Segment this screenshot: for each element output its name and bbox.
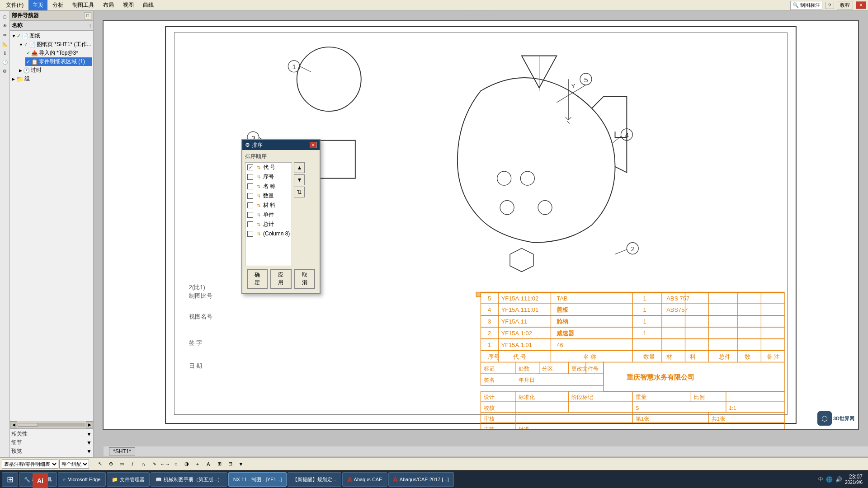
draw-btn-10[interactable]: + (193, 459, 203, 469)
tool-select[interactable]: ⬡ (1, 13, 9, 21)
checkbox-5[interactable] (247, 212, 253, 218)
checkbox-6[interactable] (247, 221, 253, 227)
dialog-item-1[interactable]: ⇅ 序号 (245, 172, 292, 182)
checkbox-2[interactable] (247, 183, 253, 189)
svg-text:2(比1): 2(比1) (189, 284, 205, 291)
ai-label: Ai (33, 473, 48, 488)
canvas-area: · · · · · · · · 1 (94, 11, 868, 457)
svg-text:更改文件号: 更改文件号 (571, 366, 599, 371)
svg-text:TAB: TAB (557, 295, 567, 302)
sort-up-btn[interactable]: ▲ (294, 162, 305, 173)
taskbar-app-abaqus1[interactable]: AAbaqus CAE (342, 472, 387, 487)
svg-text:序号: 序号 (488, 353, 500, 360)
dialog-item-2[interactable]: ⇅ 名 称 (245, 182, 292, 191)
svg-text:1: 1 (488, 342, 491, 348)
svg-text:分区: 分区 (542, 366, 553, 371)
dialog-item-7[interactable]: ⇅ (Column 8) (245, 229, 292, 238)
dialog-apply-btn[interactable]: 应用 (270, 269, 291, 289)
menu-item-view[interactable]: 视图 (119, 0, 138, 10)
tool-sketch[interactable]: ✏ (1, 31, 9, 39)
dialog-item-3[interactable]: ⇅ 数量 (245, 191, 292, 201)
sort-down-btn[interactable]: ▼ (294, 174, 305, 185)
draw-btn-6[interactable]: ∿ (149, 459, 159, 469)
taskbar-app-edge[interactable]: eMicrosoft Edge (58, 472, 106, 487)
menu-item-analysis[interactable]: 分析 (48, 0, 67, 10)
tree-item-sheet1[interactable]: ▼ ✓ 📄 图纸页 *SHT1* (工作... (18, 40, 92, 49)
taskbar-app-manual[interactable]: 📖机械制图手册（第五版...） (151, 472, 227, 487)
scroll-left-btn[interactable]: ◀ (10, 421, 17, 428)
draw-btn-14[interactable]: ▼ (236, 459, 246, 469)
svg-text:材: 材 (666, 353, 672, 360)
svg-text:视图名号: 视图名号 (189, 313, 212, 320)
taskbar-app-nx[interactable]: NX 11 - 制图 - [YF1...] (228, 472, 287, 487)
tree-item-drawings[interactable]: ▼ ✓ 📄 图纸 (11, 32, 92, 40)
checkbox-3[interactable] (247, 193, 253, 199)
checkbox-0[interactable]: ✓ (247, 164, 253, 170)
start-btn[interactable]: ⊞ (2, 472, 18, 487)
menu-item-layout[interactable]: 布局 (99, 0, 118, 10)
check-2[interactable]: ✓ (26, 50, 30, 56)
prop-dropdown-relevance[interactable]: ▼ (86, 431, 92, 437)
tool-settings[interactable]: ⚙ (1, 67, 9, 75)
menu-item-file[interactable]: 文件(F) (2, 0, 28, 10)
item-label-4: 材 料 (263, 202, 275, 209)
draw-btn-8[interactable]: ○ (171, 459, 181, 469)
draw-btn-9[interactable]: ◑ (182, 459, 192, 469)
draw-btn-13[interactable]: ⊟ (225, 459, 235, 469)
taskbar-app-notice[interactable]: 【新提醒】规划定... (288, 472, 341, 487)
draw-btn-2[interactable]: ⊕ (106, 459, 116, 469)
dialog-close-btn[interactable]: ✕ (310, 142, 317, 148)
sheet-tab-label[interactable]: *SHT1* (109, 447, 135, 455)
check-3[interactable]: ✓ (26, 59, 30, 65)
tree-item-outdated[interactable]: ▶ 🕐 过时 (18, 66, 92, 75)
tree-item-bom[interactable]: ✓ 📋 零件明细表区域 (1) (25, 57, 92, 66)
draw-btn-5[interactable]: ∩ (138, 459, 148, 469)
tool-view[interactable]: 👁 (1, 22, 9, 30)
draw-btn-12[interactable]: ⊞ (214, 459, 224, 469)
dialog-cancel-btn[interactable]: 取消 (294, 269, 315, 289)
svg-text:YF15A.111:01: YF15A.111:01 (501, 306, 539, 313)
table-type-select[interactable]: 表格注程/零件明细表 (2, 460, 58, 469)
draw-btn-1[interactable]: ↖ (95, 459, 105, 469)
close-tutorial-btn[interactable]: ✕ (856, 1, 866, 9)
dialog-item-0[interactable]: ✓ ⇅ 代 号 (245, 163, 292, 172)
scroll-right-btn[interactable]: ▶ (86, 421, 93, 428)
dialog-item-5[interactable]: ⇅ 单件 (245, 210, 292, 220)
col-sort-header[interactable]: ↑ (89, 23, 91, 29)
checkbox-7[interactable] (247, 231, 253, 237)
checkbox-1[interactable] (247, 174, 253, 180)
tree-item-imported[interactable]: ✓ 📥 导入的 *Top@3* (25, 49, 92, 57)
draw-btn-4[interactable]: / (127, 459, 137, 469)
dialog-item-4[interactable]: ⇅ 材 料 (245, 201, 292, 210)
config-select[interactable]: 整个组配 (59, 460, 89, 469)
tree-item-group[interactable]: ▶ 📁 组 (11, 75, 92, 83)
item-label-0: 代 号 (263, 164, 275, 171)
taskbar-app-files[interactable]: 📁文件管理器 (107, 472, 150, 487)
tutorial-btn[interactable]: 教程 (837, 1, 853, 9)
h-scrollbar[interactable]: ◀ ▶ (10, 421, 93, 428)
draw-btn-3[interactable]: ▭ (117, 459, 127, 469)
taskbar-app-abaqus2[interactable]: AAbaqus/CAE 2017 [...] (388, 472, 454, 487)
tree-label-5: 组 (24, 75, 30, 83)
prop-dropdown-preview[interactable]: ▼ (86, 448, 92, 455)
tool-measure[interactable]: 📐 (1, 40, 9, 48)
tool-history[interactable]: 🕐 (1, 58, 9, 66)
dialog-item-6[interactable]: ⇅ 总计 (245, 220, 292, 229)
sort-toggle-btn[interactable]: ⇅ (294, 187, 305, 197)
scroll-thumb[interactable] (18, 423, 38, 427)
scroll-track[interactable] (18, 423, 85, 427)
menu-item-curve[interactable]: 曲线 (139, 0, 158, 10)
draw-btn-7[interactable]: ←→ (160, 459, 170, 469)
dialog-ok-btn[interactable]: 确定 (247, 269, 268, 289)
item-label-6: 总计 (263, 221, 274, 228)
menu-item-drafting[interactable]: 制图工具 (68, 0, 98, 10)
tool-info[interactable]: ℹ (1, 49, 9, 57)
help-btn[interactable]: ? (825, 2, 834, 9)
check-1[interactable]: ✓ (24, 42, 28, 47)
menu-item-home[interactable]: 主页 (28, 0, 47, 10)
sidebar-collapse-btn[interactable]: □ (84, 12, 91, 19)
prop-dropdown-detail[interactable]: ▼ (86, 440, 92, 446)
check-0[interactable]: ✓ (17, 33, 21, 39)
checkbox-4[interactable] (247, 202, 253, 208)
draw-btn-11[interactable]: A (203, 459, 213, 469)
